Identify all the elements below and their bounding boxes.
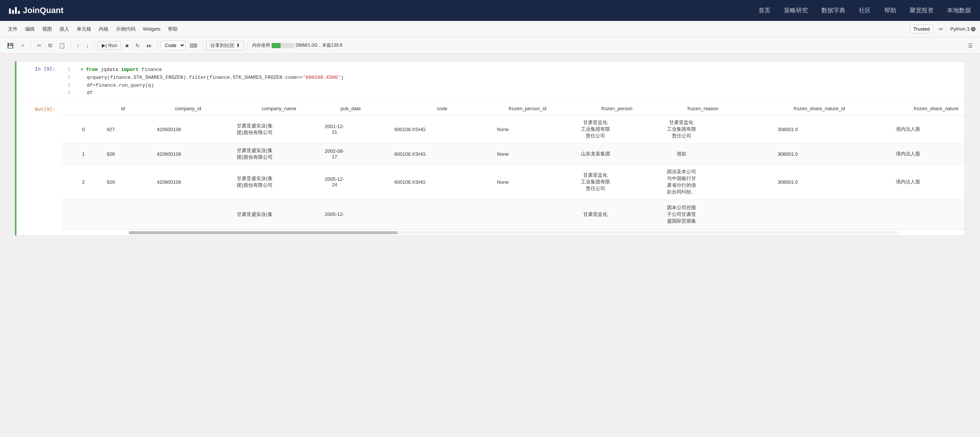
- menu-toolbar: 文件 编辑 视图 插入 单元格 内核 示例代码 Widgets 帮助 Trust…: [0, 21, 980, 37]
- python-badge: Python 3: [950, 26, 975, 32]
- cell-company-id-1: 420600108: [131, 143, 207, 165]
- keyboard-button[interactable]: ⌨: [187, 41, 200, 51]
- nav-home[interactable]: 首页: [759, 7, 770, 14]
- nav-invest[interactable]: 聚宽投资: [910, 7, 934, 14]
- move-up-button[interactable]: ↑: [74, 41, 82, 51]
- cell-type-select[interactable]: Code: [161, 41, 186, 50]
- logo-text: JoinQuant: [23, 6, 64, 15]
- edit-icon-button[interactable]: ✏: [936, 24, 946, 34]
- cell-index-3: [61, 200, 91, 230]
- cell-frozen-person-id-0: None: [453, 116, 552, 143]
- menu-help[interactable]: 帮助: [165, 24, 181, 34]
- logo[interactable]: JoinQuant: [9, 6, 64, 15]
- nav-community[interactable]: 社区: [859, 7, 871, 14]
- top-navigation: JoinQuant 首页 策略研究 数据字典 社区 帮助 聚宽投资 本地数据: [0, 0, 980, 21]
- move-down-button[interactable]: ↓: [83, 41, 91, 51]
- cell-frozen-share-nature-0: 境内法人股: [851, 116, 965, 143]
- cell-frozen-person-id-3: [453, 200, 552, 230]
- cell-code-2: 600108.XSHG: [367, 165, 453, 200]
- col-header-frozen-share-nature-id: frozen_share_nature_id: [724, 102, 851, 116]
- action-toolbar: 💾 ＋ ✂ ⧉ 📋 ↑ ↓ ▶| Run ■ ↻ ⏭ Code ⌨ 分享到社区 …: [0, 37, 980, 54]
- logo-bar-3: [15, 7, 17, 14]
- python-label: Python 3: [950, 26, 969, 32]
- cell-company-id-0: 420600108: [131, 116, 207, 143]
- input-prompt: In [9]:: [16, 62, 61, 101]
- share-icon: ⬆: [236, 43, 240, 48]
- menu-kernel[interactable]: 内核: [95, 24, 112, 34]
- cut-button[interactable]: ✂: [34, 41, 44, 51]
- table-row: 甘肃亚盛实业(集 2005-12- 甘肃亚盐化 因本公司控股子公司甘肃亚盛国际贸…: [61, 200, 965, 230]
- cell-code-0: 600108.XSHG: [367, 116, 453, 143]
- menu-view[interactable]: 视图: [39, 24, 56, 34]
- line-numbers: 1 2 3 4: [67, 66, 75, 97]
- code-text-2: q=query(finance.STK_SHARES_FROZEN).filte…: [87, 74, 344, 82]
- separator-2: [71, 41, 71, 50]
- share-label: 分享到社区: [210, 42, 234, 49]
- code-line-1: ▼ from jqdata import finance: [81, 66, 959, 74]
- dataframe-table: id company_id company_name pub_date code…: [61, 102, 965, 230]
- cell-frozen-person-0: 甘肃亚盐化工业集团有限责任公司: [552, 116, 638, 143]
- memory-value: 286M/1.0G，本篇139.8: [296, 42, 342, 49]
- copy-button[interactable]: ⧉: [46, 40, 55, 51]
- cell-index-2: 2: [61, 165, 91, 200]
- cell-pub-date-1: 2002-08-17: [302, 143, 367, 165]
- col-header-company-name: company_name: [207, 102, 302, 116]
- horizontal-scrollbar[interactable]: [61, 230, 965, 235]
- cell-index-1: 1: [61, 143, 91, 165]
- stop-button[interactable]: ■: [123, 41, 131, 51]
- scroll-track[interactable]: [129, 231, 897, 234]
- nav-help[interactable]: 帮助: [884, 7, 896, 14]
- col-header-id: id: [91, 102, 130, 116]
- kernel-status-indicator: [971, 27, 975, 32]
- fast-forward-button[interactable]: ⏭: [144, 41, 154, 51]
- trusted-button[interactable]: Trusted: [910, 25, 933, 33]
- col-header-frozen-person-id: frozen_person_id: [453, 102, 552, 116]
- cell-company-name-2: 甘肃亚盛实业(集团)股份有限公司: [207, 165, 302, 200]
- cell-frozen-reason-2: 因涉及本公司与中国银行甘肃省分行的借款合同纠纷。: [638, 165, 724, 200]
- run-icon: ▶|: [102, 43, 107, 48]
- fold-arrow[interactable]: ▼: [81, 67, 83, 73]
- share-button[interactable]: 分享到社区 ⬆: [206, 41, 244, 51]
- table-header-row: id company_id company_name pub_date code…: [61, 102, 965, 116]
- code-text-3: df=finance.run_query(q): [87, 82, 154, 90]
- output-prompt: Out[9]:: [16, 102, 61, 235]
- cell-code-area[interactable]: 1 2 3 4 ▼ from jqdata import fina: [61, 62, 965, 101]
- cell-id-2: 929: [91, 165, 130, 200]
- restart-button[interactable]: ↻: [133, 41, 143, 51]
- cell-frozen-person-1: 山东龙喜集团: [552, 143, 638, 165]
- menu-widgets[interactable]: Widgets: [140, 24, 164, 33]
- menu-file[interactable]: 文件: [5, 24, 21, 34]
- col-header-pub-date: pub_date: [302, 102, 367, 116]
- notebook-cell: In [9]: 1 2 3 4 ▼ from jqdat: [15, 61, 965, 236]
- nav-data-dict[interactable]: 数据字典: [821, 7, 845, 14]
- menu-insert[interactable]: 插入: [56, 24, 73, 34]
- save-button[interactable]: 💾: [5, 41, 16, 51]
- cell-frozen-reason-1: 借款: [638, 143, 724, 165]
- cell-pub-date-2: 2005-12-24: [302, 165, 367, 200]
- code-text-4: df: [87, 89, 93, 97]
- logo-bar-4: [18, 11, 20, 14]
- table-row: 0 927 420600108 甘肃亚盛实业(集团)股份有限公司 2001-12…: [61, 116, 965, 143]
- nav-local-data[interactable]: 本地数据: [947, 7, 971, 14]
- paste-button[interactable]: 📋: [56, 41, 68, 51]
- line-num-1: 1: [67, 66, 70, 74]
- cell-frozen-reason-3: 因本公司控股子公司甘肃亚盛国际贸易集: [638, 200, 724, 230]
- menu-cell[interactable]: 单元格: [73, 24, 95, 34]
- memory-usage: 内存使用 286M/1.0G，本篇139.8: [252, 42, 342, 49]
- cell-frozen-share-nature-3: [851, 200, 965, 230]
- menu-toggle-button[interactable]: ☰: [966, 41, 975, 51]
- cell-frozen-reason-0: 甘肃亚盐化工业集团有限责任公司: [638, 116, 724, 143]
- menu-edit[interactable]: 编辑: [22, 24, 38, 34]
- col-header-frozen-reason: frozen_reason: [638, 102, 724, 116]
- cell-frozen-person-id-1: None: [453, 143, 552, 165]
- col-header-code: code: [367, 102, 453, 116]
- menu-examples[interactable]: 示例代码: [113, 24, 139, 34]
- add-cell-button[interactable]: ＋: [18, 40, 28, 51]
- line-num-4: 4: [67, 89, 70, 97]
- nav-strategy[interactable]: 策略研究: [784, 7, 808, 14]
- scroll-thumb[interactable]: [129, 231, 398, 234]
- run-button[interactable]: ▶| Run: [98, 41, 121, 50]
- line-num-2: 2: [67, 74, 70, 82]
- cell-company-name-1: 甘肃亚盛实业(集团)股份有限公司: [207, 143, 302, 165]
- separator-1: [31, 41, 32, 50]
